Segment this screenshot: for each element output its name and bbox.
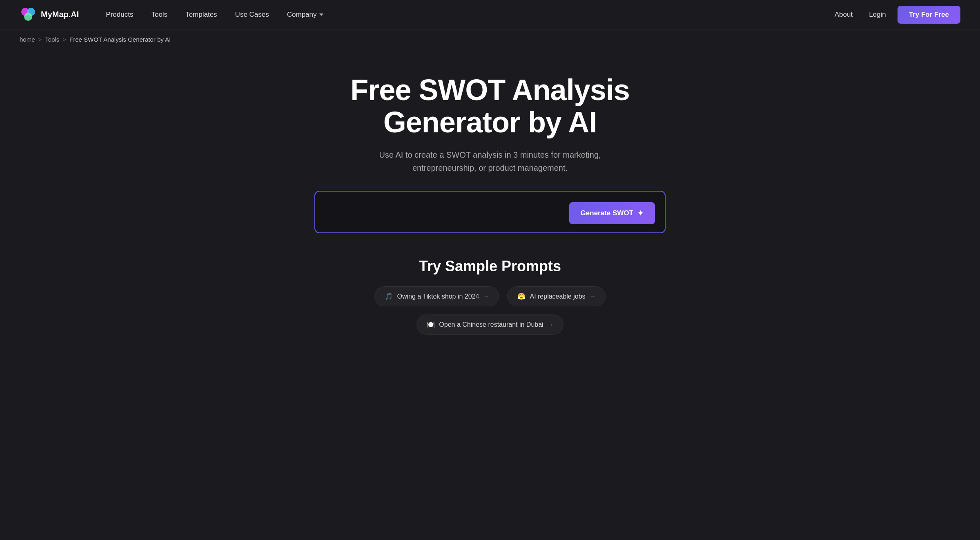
navbar-right: About Login Try For Free <box>830 6 960 24</box>
prompt-chip-restaurant[interactable]: 🍽️ Open a Chinese restaurant in Dubai → <box>416 315 563 335</box>
prompt-arrow-restaurant: → <box>548 321 553 328</box>
prompt-emoji-tiktok: 🎵 <box>385 292 393 300</box>
prompts-row-2: 🍽️ Open a Chinese restaurant in Dubai → <box>416 315 563 335</box>
nav-links: Products Tools Templates Use Cases Compa… <box>98 7 829 22</box>
hero-section: Free SWOT Analysis Generator by AI Use A… <box>0 49 980 351</box>
prompt-label-ai-jobs: AI replaceable jobs <box>530 293 585 300</box>
nav-templates[interactable]: Templates <box>178 7 224 22</box>
navbar: MyMap.AI Products Tools Templates Use Ca… <box>0 0 980 29</box>
nav-use-cases[interactable]: Use Cases <box>228 7 276 22</box>
sample-prompts-title: Try Sample Prompts <box>419 258 561 275</box>
prompt-emoji-ai-jobs: 😤 <box>517 292 526 300</box>
prompt-arrow-tiktok: → <box>483 293 489 300</box>
svg-point-2 <box>24 13 32 21</box>
try-for-free-button[interactable]: Try For Free <box>898 6 960 24</box>
generate-label: Generate SWOT <box>581 209 633 217</box>
breadcrumb-sep1: > <box>38 36 42 43</box>
nav-about[interactable]: About <box>830 7 858 22</box>
breadcrumb-current: Free SWOT Analysis Generator by AI <box>69 36 171 43</box>
breadcrumb-tools[interactable]: Tools <box>45 36 59 43</box>
logo[interactable]: MyMap.AI <box>20 6 79 23</box>
breadcrumb-home[interactable]: home <box>20 36 35 43</box>
nav-tools[interactable]: Tools <box>144 7 175 22</box>
hero-subtitle: Use AI to create a SWOT analysis in 3 mi… <box>347 148 633 174</box>
prompts-row-1: 🎵 Owing a Tiktok shop in 2024 → 😤 AI rep… <box>374 286 605 306</box>
breadcrumb: home > Tools > Free SWOT Analysis Genera… <box>0 29 980 49</box>
prompt-chip-tiktok[interactable]: 🎵 Owing a Tiktok shop in 2024 → <box>374 286 499 306</box>
prompt-chip-ai-jobs[interactable]: 😤 AI replaceable jobs → <box>507 286 605 306</box>
nav-login[interactable]: Login <box>864 7 891 22</box>
nav-products[interactable]: Products <box>98 7 140 22</box>
sample-prompts: Try Sample Prompts 🎵 Owing a Tiktok shop… <box>306 258 674 335</box>
brand-name: MyMap.AI <box>41 10 79 19</box>
sparkle-icon: ✦ <box>637 209 644 218</box>
logo-icon <box>20 6 37 23</box>
prompt-emoji-restaurant: 🍽️ <box>427 321 435 328</box>
prompt-label-restaurant: Open a Chinese restaurant in Dubai <box>439 321 543 328</box>
prompt-arrow-ai-jobs: → <box>590 293 595 300</box>
generate-swot-button[interactable]: Generate SWOT ✦ <box>569 202 655 224</box>
swot-input[interactable] <box>325 200 563 224</box>
breadcrumb-sep2: > <box>62 36 66 43</box>
input-container: Generate SWOT ✦ <box>314 191 666 233</box>
prompt-label-tiktok: Owing a Tiktok shop in 2024 <box>397 293 479 300</box>
chevron-down-icon <box>319 13 323 16</box>
hero-title: Free SWOT Analysis Generator by AI <box>306 74 674 138</box>
nav-company[interactable]: Company <box>280 7 331 22</box>
